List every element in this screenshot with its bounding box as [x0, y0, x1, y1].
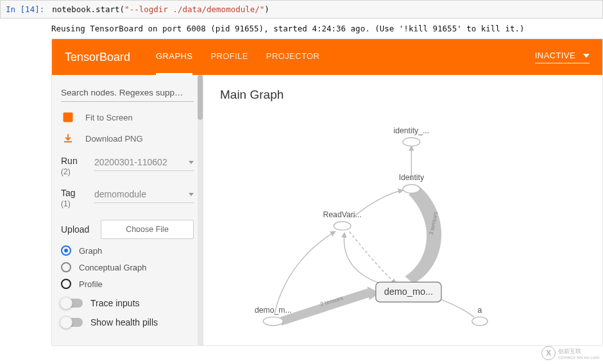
- fit-to-screen-button[interactable]: Fit to Screen: [61, 111, 194, 124]
- inactive-label: INACTIVE: [535, 51, 575, 60]
- tab-projector[interactable]: PROJECTOR: [266, 39, 320, 75]
- radio-conceptual[interactable]: Conceptual Graph: [61, 262, 194, 272]
- sidebar-scrollbar[interactable]: [198, 75, 203, 345]
- cell-prompt: In [14]:: [6, 4, 44, 14]
- graph-canvas[interactable]: 3 tensors 2 tensors identi: [203, 75, 602, 346]
- tensorboard-header: TensorBoard GRAPHS PROFILE PROJECTOR INA…: [52, 39, 602, 75]
- tab-graphs[interactable]: GRAPHS: [156, 39, 192, 75]
- download-png-button[interactable]: Download PNG: [61, 133, 194, 144]
- radio-icon: [61, 245, 71, 256]
- scrollbar-thumb[interactable]: [198, 75, 203, 120]
- svg-text:demo_mo...: demo_mo...: [384, 286, 433, 297]
- graph-node-a[interactable]: a: [472, 306, 488, 326]
- graph-panel[interactable]: Main Graph 3 tensors 2 tensors: [203, 75, 602, 345]
- inactive-dropdown[interactable]: INACTIVE: [535, 51, 590, 63]
- svg-point-5: [403, 185, 420, 193]
- fit-label: Fit to Screen: [85, 113, 133, 122]
- svg-point-11: [263, 317, 283, 326]
- watermark: X 创新互联 CDXWCX.XIN HU LIAN: [541, 346, 599, 360]
- toggle-icon: [61, 299, 83, 308]
- tag-select[interactable]: demomodule: [94, 188, 194, 203]
- svg-text:a: a: [478, 306, 482, 315]
- graph-node-demo-mo-selected[interactable]: demo_mo...: [376, 282, 441, 302]
- tab-profile[interactable]: PROFILE: [210, 39, 248, 75]
- toggle-trace-inputs[interactable]: Trace inputs: [61, 298, 194, 308]
- choose-file-button[interactable]: Choose File: [101, 220, 194, 239]
- sidebar: Fit to Screen Download PNG Run (2) 20200…: [52, 75, 203, 345]
- graph-edge-fat: [280, 288, 370, 326]
- cell-code[interactable]: notebook.start("--logdir ./data/demomodu…: [52, 4, 597, 14]
- tensorboard-frame: TensorBoard GRAPHS PROFILE PROJECTOR INA…: [51, 38, 603, 346]
- download-icon: [61, 133, 75, 144]
- svg-point-3: [403, 138, 420, 146]
- watermark-icon: X: [541, 346, 556, 360]
- graph-edge-dashed: [350, 231, 396, 283]
- chevron-down-icon: [189, 193, 194, 196]
- radio-icon: [61, 279, 71, 289]
- chevron-down-icon: [583, 54, 590, 58]
- radio-graph[interactable]: Graph: [61, 245, 194, 256]
- run-count: (2): [61, 167, 94, 176]
- radio-profile[interactable]: Profile: [61, 279, 194, 289]
- run-label: Run: [61, 156, 94, 166]
- toggle-icon: [61, 318, 83, 327]
- header-tabs: GRAPHS PROFILE PROJECTOR: [156, 39, 535, 75]
- svg-text:identity_...: identity_...: [394, 126, 430, 135]
- tag-count: (1): [61, 199, 94, 208]
- graph-edge: [344, 233, 385, 285]
- svg-point-1: [67, 116, 69, 118]
- tag-label: Tag: [61, 188, 94, 198]
- toggle-health-pills[interactable]: Show health pills: [61, 317, 194, 327]
- upload-label: Upload: [61, 224, 94, 235]
- notebook-code-cell: In [14]: notebook.start("--logdir ./data…: [0, 0, 603, 19]
- svg-text:Identity: Identity: [399, 173, 425, 182]
- svg-text:demo_m...: demo_m...: [255, 306, 292, 315]
- fit-screen-icon: [61, 111, 75, 124]
- cell-output: Reusing TensorBoard on port 6008 (pid 91…: [0, 19, 603, 38]
- svg-point-7: [334, 222, 351, 230]
- graph-node-readvari[interactable]: ReadVari...: [323, 210, 362, 230]
- graph-node-identity-top[interactable]: identity_...: [394, 126, 430, 146]
- radio-icon: [61, 262, 71, 272]
- download-label: Download PNG: [85, 134, 143, 144]
- run-select[interactable]: 20200301-110602: [94, 156, 194, 171]
- chevron-down-icon: [189, 161, 194, 164]
- svg-point-13: [472, 317, 488, 326]
- graph-edge-fat: [405, 187, 441, 283]
- svg-text:ReadVari...: ReadVari...: [323, 210, 362, 219]
- search-input[interactable]: [61, 84, 194, 102]
- tensorboard-title: TensorBoard: [65, 51, 130, 64]
